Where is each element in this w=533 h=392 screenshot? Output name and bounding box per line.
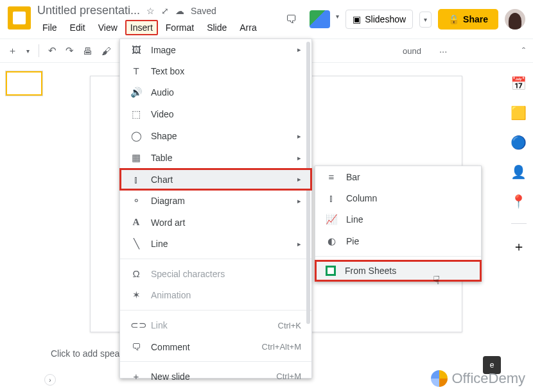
menu-item-special-characters: ΩSpecial characters bbox=[120, 263, 311, 284]
maps-icon[interactable]: 📍 bbox=[511, 194, 527, 209]
comments-icon[interactable]: 🗨 bbox=[280, 8, 303, 31]
menu-item-text-box[interactable]: TText box bbox=[120, 60, 311, 81]
menu-item-shape[interactable]: ◯Shape▸ bbox=[120, 125, 311, 147]
collapse-toolbar-icon[interactable]: ˆ bbox=[522, 46, 525, 56]
menu-item-line[interactable]: ╲Line▸ bbox=[120, 233, 311, 255]
menu-item-video[interactable]: ⬚Video bbox=[120, 103, 311, 125]
menu-arrange[interactable]: Arra bbox=[234, 20, 261, 35]
menu-item-comment[interactable]: 🗨CommentCtrl+Alt+M bbox=[120, 336, 311, 357]
contacts-icon[interactable]: 👤 bbox=[511, 164, 527, 180]
menu-item-diagram[interactable]: ⚬Diagram▸ bbox=[120, 190, 311, 212]
menu-item-image[interactable]: 🖼Image▸ bbox=[120, 39, 311, 60]
move-icon[interactable]: ⤢ bbox=[161, 6, 169, 16]
watermark-logo-icon bbox=[431, 370, 448, 387]
submenu-item-pie[interactable]: ◐Pie bbox=[315, 230, 481, 252]
menu-item-animation: ✶Animation bbox=[120, 284, 311, 306]
menu-item-table[interactable]: ▦Table▸ bbox=[120, 147, 311, 169]
add-addon-button[interactable]: ＋ bbox=[512, 238, 525, 255]
chart-submenu: ≡Bar ⫿Column 📈Line ◐Pie From Sheets bbox=[315, 166, 482, 282]
menu-file[interactable]: File bbox=[37, 20, 62, 35]
slides-logo[interactable] bbox=[8, 6, 31, 30]
slide-thumbnail-1[interactable] bbox=[5, 71, 43, 96]
menu-slide[interactable]: Slide bbox=[202, 20, 232, 35]
menu-insert[interactable]: Insert bbox=[125, 20, 158, 35]
redo-button[interactable]: ↷ bbox=[66, 45, 74, 56]
sheets-icon bbox=[326, 266, 336, 276]
watermark: OfficeDemy bbox=[431, 370, 525, 387]
menubar: File Edit View Insert Format Slide Arra bbox=[37, 20, 280, 35]
submenu-item-line[interactable]: 📈Line bbox=[315, 209, 481, 230]
side-panel: 📅 🟨 🔵 👤 📍 ＋ bbox=[504, 63, 533, 392]
menu-view[interactable]: View bbox=[93, 20, 123, 35]
submenu-item-column[interactable]: ⫿Column bbox=[315, 187, 481, 209]
insert-menu: 🖼Image▸ TText box 🔊Audio ⬚Video ◯Shape▸ … bbox=[119, 38, 312, 379]
undo-button[interactable]: ↶ bbox=[48, 45, 57, 56]
submenu-item-from-sheets[interactable]: From Sheets bbox=[315, 260, 481, 281]
new-slide-button[interactable]: ＋ bbox=[8, 45, 17, 57]
avatar[interactable] bbox=[505, 9, 525, 30]
menu-item-audio[interactable]: 🔊Audio bbox=[120, 81, 311, 103]
menu-item-new-slide[interactable]: +New slideCtrl+M bbox=[120, 366, 311, 387]
saved-label: Saved bbox=[191, 6, 216, 16]
document-title[interactable]: Untitled presentati... bbox=[37, 4, 140, 17]
menu-item-link: ⊂⊃LinkCtrl+K bbox=[120, 314, 311, 336]
star-icon[interactable]: ☆ bbox=[146, 6, 155, 16]
keep-icon[interactable]: 🟨 bbox=[511, 105, 527, 121]
new-slide-caret[interactable]: ▾ bbox=[26, 47, 30, 55]
submenu-item-bar[interactable]: ≡Bar bbox=[315, 166, 481, 187]
print-button[interactable]: 🖶 bbox=[83, 46, 92, 56]
slideshow-button[interactable]: ▣ Slideshow bbox=[345, 10, 413, 29]
calendar-icon[interactable]: 📅 bbox=[511, 76, 527, 91]
cloud-icon: ☁ bbox=[175, 6, 184, 16]
cursor-icon bbox=[433, 273, 440, 287]
tasks-icon[interactable]: 🔵 bbox=[511, 135, 527, 150]
collapse-filmstrip-button[interactable]: › bbox=[44, 374, 56, 386]
menu-edit[interactable]: Edit bbox=[65, 20, 91, 35]
watermark-text: OfficeDemy bbox=[451, 370, 525, 387]
menu-item-word-art[interactable]: AWord art bbox=[120, 212, 311, 233]
more-button[interactable]: ··· bbox=[439, 46, 448, 56]
meet-button[interactable] bbox=[310, 10, 330, 28]
share-button[interactable]: 🔒 Share bbox=[438, 9, 498, 30]
background-button[interactable]: ound bbox=[403, 46, 421, 56]
menu-item-chart[interactable]: ⫿Chart▸ bbox=[120, 169, 311, 190]
paint-format-button[interactable]: 🖌 bbox=[101, 46, 111, 56]
slideshow-caret[interactable]: ▾ bbox=[419, 12, 432, 28]
menu-format[interactable]: Format bbox=[161, 20, 199, 35]
